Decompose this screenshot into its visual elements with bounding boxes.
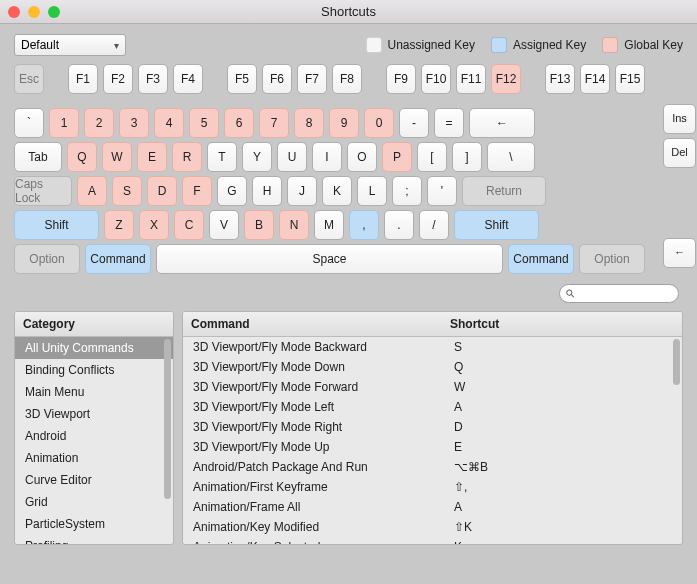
key-e[interactable]: E	[137, 142, 167, 172]
key--[interactable]: /	[419, 210, 449, 240]
key-ins[interactable]: Ins	[663, 104, 696, 134]
scrollbar[interactable]	[164, 339, 171, 499]
key-command[interactable]: Command	[85, 244, 151, 274]
minimize-button[interactable]	[28, 6, 40, 18]
key-f2[interactable]: F2	[103, 64, 133, 94]
command-row[interactable]: 3D Viewport/Fly Mode ForwardW	[183, 377, 682, 397]
key-k[interactable]: K	[322, 176, 352, 206]
command-row[interactable]: 3D Viewport/Fly Mode UpE	[183, 437, 682, 457]
key-0[interactable]: 0	[364, 108, 394, 138]
key-a[interactable]: A	[77, 176, 107, 206]
command-row[interactable]: 3D Viewport/Fly Mode LeftA	[183, 397, 682, 417]
key-6[interactable]: 6	[224, 108, 254, 138]
key-l[interactable]: L	[357, 176, 387, 206]
command-row[interactable]: Android/Patch Package And Run⌥⌘B	[183, 457, 682, 477]
key--[interactable]: ]	[452, 142, 482, 172]
key-esc[interactable]: Esc	[14, 64, 44, 94]
category-item[interactable]: Animation	[15, 447, 173, 469]
key-f4[interactable]: F4	[173, 64, 203, 94]
key-t[interactable]: T	[207, 142, 237, 172]
key-option[interactable]: Option	[14, 244, 80, 274]
key-f14[interactable]: F14	[580, 64, 610, 94]
key-b[interactable]: B	[244, 210, 274, 240]
key-v[interactable]: V	[209, 210, 239, 240]
key-i[interactable]: I	[312, 142, 342, 172]
key-f8[interactable]: F8	[332, 64, 362, 94]
key-f5[interactable]: F5	[227, 64, 257, 94]
key-f7[interactable]: F7	[297, 64, 327, 94]
category-item[interactable]: Curve Editor	[15, 469, 173, 491]
key-9[interactable]: 9	[329, 108, 359, 138]
category-item[interactable]: ParticleSystem	[15, 513, 173, 535]
key-space[interactable]: Space	[156, 244, 503, 274]
key-command[interactable]: Command	[508, 244, 574, 274]
key--[interactable]: ←	[663, 238, 696, 268]
search-input[interactable]: ⚲	[559, 284, 679, 303]
key-option[interactable]: Option	[579, 244, 645, 274]
key-8[interactable]: 8	[294, 108, 324, 138]
command-row[interactable]: 3D Viewport/Fly Mode RightD	[183, 417, 682, 437]
command-row[interactable]: Animation/First Keyframe⇧,	[183, 477, 682, 497]
key-tab[interactable]: Tab	[14, 142, 62, 172]
key--[interactable]: '	[427, 176, 457, 206]
category-item[interactable]: Binding Conflicts	[15, 359, 173, 381]
key-d[interactable]: D	[147, 176, 177, 206]
key-2[interactable]: 2	[84, 108, 114, 138]
command-row[interactable]: Animation/Key SelectedK	[183, 537, 682, 544]
key-f11[interactable]: F11	[456, 64, 486, 94]
key-w[interactable]: W	[102, 142, 132, 172]
key-shift[interactable]: Shift	[14, 210, 99, 240]
key-y[interactable]: Y	[242, 142, 272, 172]
key--[interactable]: =	[434, 108, 464, 138]
key-r[interactable]: R	[172, 142, 202, 172]
profile-dropdown[interactable]: Default ▾	[14, 34, 126, 56]
key-p[interactable]: P	[382, 142, 412, 172]
command-row[interactable]: 3D Viewport/Fly Mode BackwardS	[183, 337, 682, 357]
command-row[interactable]: Animation/Frame AllA	[183, 497, 682, 517]
key-n[interactable]: N	[279, 210, 309, 240]
key-m[interactable]: M	[314, 210, 344, 240]
key-z[interactable]: Z	[104, 210, 134, 240]
key-c[interactable]: C	[174, 210, 204, 240]
category-item[interactable]: Main Menu	[15, 381, 173, 403]
category-item[interactable]: Profiling	[15, 535, 173, 544]
key-x[interactable]: X	[139, 210, 169, 240]
key-q[interactable]: Q	[67, 142, 97, 172]
key-1[interactable]: 1	[49, 108, 79, 138]
key-f1[interactable]: F1	[68, 64, 98, 94]
key-u[interactable]: U	[277, 142, 307, 172]
key-f[interactable]: F	[182, 176, 212, 206]
category-item[interactable]: Android	[15, 425, 173, 447]
key--[interactable]: \	[487, 142, 535, 172]
category-item[interactable]: Grid	[15, 491, 173, 513]
maximize-button[interactable]	[48, 6, 60, 18]
command-row[interactable]: 3D Viewport/Fly Mode DownQ	[183, 357, 682, 377]
key-f15[interactable]: F15	[615, 64, 645, 94]
key-f6[interactable]: F6	[262, 64, 292, 94]
key-s[interactable]: S	[112, 176, 142, 206]
key--[interactable]: ;	[392, 176, 422, 206]
key-4[interactable]: 4	[154, 108, 184, 138]
key--[interactable]: ←	[469, 108, 535, 138]
key--[interactable]: [	[417, 142, 447, 172]
key-7[interactable]: 7	[259, 108, 289, 138]
key--[interactable]: -	[399, 108, 429, 138]
key--[interactable]: `	[14, 108, 44, 138]
key-3[interactable]: 3	[119, 108, 149, 138]
key-h[interactable]: H	[252, 176, 282, 206]
key-f12[interactable]: F12	[491, 64, 521, 94]
key-f10[interactable]: F10	[421, 64, 451, 94]
key--[interactable]: ,	[349, 210, 379, 240]
key-del[interactable]: Del	[663, 138, 696, 168]
command-row[interactable]: Animation/Key Modified⇧K	[183, 517, 682, 537]
close-button[interactable]	[8, 6, 20, 18]
category-item[interactable]: 3D Viewport	[15, 403, 173, 425]
key-f13[interactable]: F13	[545, 64, 575, 94]
key--[interactable]: .	[384, 210, 414, 240]
key-shift[interactable]: Shift	[454, 210, 539, 240]
key-f9[interactable]: F9	[386, 64, 416, 94]
key-5[interactable]: 5	[189, 108, 219, 138]
key-j[interactable]: J	[287, 176, 317, 206]
key-g[interactable]: G	[217, 176, 247, 206]
key-f3[interactable]: F3	[138, 64, 168, 94]
